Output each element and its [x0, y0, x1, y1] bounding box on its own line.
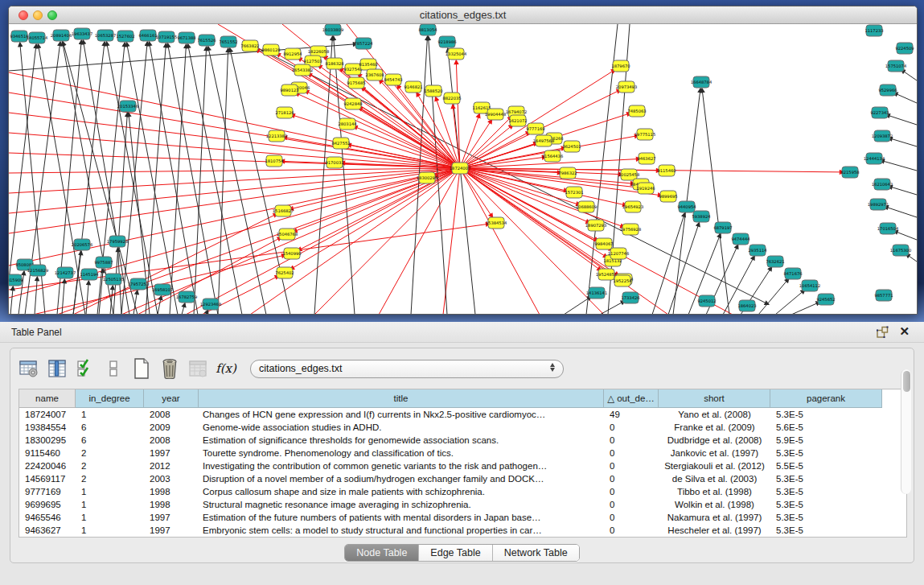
graph-edge[interactable] [305, 91, 460, 168]
graph-edge[interactable] [182, 303, 185, 315]
graph-edge[interactable] [881, 160, 917, 171]
graph-edge[interactable] [893, 231, 917, 240]
graph-edge[interactable] [893, 93, 917, 103]
graph-node[interactable]: 19775115 [634, 129, 655, 140]
graph-node[interactable]: 1952254 [613, 275, 632, 286]
graph-node[interactable]: 2718126 [275, 107, 294, 118]
graph-node[interactable]: 9975887 [94, 257, 113, 268]
graph-node[interactable]: 6879197 [713, 222, 732, 233]
graph-node[interactable]: 1919246 [636, 183, 655, 194]
graph-node[interactable]: 14136141 [586, 287, 607, 299]
graph-node[interactable]: 9245652 [816, 294, 835, 305]
unselect-rows-icon[interactable] [103, 358, 124, 379]
graph-node[interactable]: 19892971 [868, 199, 889, 210]
delete-column-icon[interactable] [159, 358, 180, 379]
scrollbar-thumb[interactable] [903, 371, 910, 392]
graph-node[interactable]: 20206576 [72, 239, 92, 250]
graph-node[interactable]: 8135460 [359, 59, 377, 70]
graph-edge[interactable] [652, 213, 685, 315]
graph-node[interactable]: 5938924 [692, 211, 711, 222]
graph-node[interactable]: 17959928 [107, 236, 128, 247]
graph-edge[interactable] [291, 114, 460, 168]
column-header-pagerank[interactable]: pagerank [770, 389, 882, 408]
network-view-window[interactable]: citations_edges.txt 18724007934651614055… [8, 6, 918, 315]
graph-node[interactable]: 10688609 [576, 201, 597, 212]
column-header-in_degree[interactable]: in_degree [76, 389, 144, 408]
graph-node[interactable]: 12505135 [103, 274, 124, 285]
node-table[interactable]: namein_degreeyeartitle△ out_de…shortpage… [18, 389, 907, 538]
graph-node[interactable]: 12444134 [864, 153, 885, 164]
graph-node[interactable]: 19756928 [620, 224, 641, 235]
graph-node[interactable]: 15166827 [273, 205, 294, 216]
graph-node[interactable]: 9227343 [870, 107, 889, 118]
column-header-short[interactable]: short [659, 389, 770, 408]
graph-node[interactable]: 9860128 [261, 44, 280, 56]
graph-node[interactable]: 1621072 [508, 115, 527, 126]
graph-node[interactable]: 1540990 [282, 248, 301, 259]
graph-edge[interactable] [668, 223, 699, 315]
graph-node[interactable]: 1527602 [116, 31, 134, 42]
graph-node[interactable]: 18300295 [417, 172, 437, 183]
graph-node[interactable]: 14055714 [27, 32, 48, 43]
graph-edge[interactable] [35, 277, 37, 315]
delete-table-icon[interactable] [187, 358, 208, 379]
graph-node[interactable]: 9146821 [404, 81, 422, 93]
graph-node[interactable]: 20153346 [117, 101, 138, 112]
graph-node[interactable]: 9857771 [874, 290, 893, 301]
graph-node[interactable]: 20973493 [616, 81, 637, 93]
graph-node[interactable]: 1572301 [565, 187, 583, 198]
graph-node[interactable]: 1810754 [265, 155, 284, 167]
column-header-year[interactable]: year [144, 389, 199, 408]
graph-node[interactable]: 8427552 [331, 138, 350, 149]
graph-node[interactable]: 9115460 [657, 165, 676, 176]
graph-edge[interactable] [702, 89, 729, 315]
graph-node[interactable]: 7663822 [240, 40, 259, 51]
graph-node[interactable]: 19633437 [72, 28, 92, 39]
graph-edge[interactable] [250, 168, 460, 315]
graph-node[interactable]: 19904448 [485, 109, 506, 120]
graph-node[interactable]: 2935114 [748, 245, 767, 256]
graph-node[interactable]: 7485063 [627, 105, 646, 117]
graph-node[interactable]: 12213383 [266, 130, 287, 142]
graph-edge[interactable] [298, 168, 460, 250]
graph-node[interactable]: 8813054 [418, 24, 437, 35]
graph-node[interactable]: 18907293 [585, 220, 606, 231]
graph-edge[interactable] [460, 120, 492, 168]
graph-node[interactable]: 20891406 [51, 30, 72, 41]
column-header-name[interactable]: name [19, 389, 76, 408]
graph-node[interactable]: 6466161 [138, 30, 157, 41]
graph-node[interactable]: 3624501 [562, 141, 581, 152]
tab-network-table[interactable]: Network Table [493, 545, 579, 561]
graph-node[interactable]: 15046768 [277, 229, 298, 240]
graph-node[interactable]: 10719155 [156, 31, 177, 43]
graph-edge[interactable] [314, 168, 460, 315]
column-header-out_de[interactable]: △ out_de… [604, 389, 659, 408]
graph-edge[interactable] [9, 168, 460, 213]
table-row[interactable]: 946554611997Estimation of the future num… [19, 511, 906, 524]
graph-node[interactable]: 8822035 [442, 93, 461, 104]
close-panel-icon[interactable]: ✕ [899, 324, 910, 339]
graph-edge[interactable] [886, 114, 917, 125]
graph-edge[interactable] [9, 224, 490, 290]
network-canvas[interactable]: 1872400793465161405571420891406196334371… [9, 24, 917, 315]
column-header-title[interactable]: title [199, 389, 604, 408]
graph-node[interactable]: 9890123 [280, 84, 298, 96]
graph-node[interactable]: 16782759 [176, 291, 197, 303]
graph-node[interactable]: 9218986 [437, 36, 456, 47]
graph-edge[interactable] [901, 70, 917, 80]
graph-edge[interactable] [460, 157, 546, 168]
table-row[interactable]: 2242004622012Investigating the contribut… [19, 459, 906, 472]
graph-node[interactable]: 16648784 [691, 76, 713, 88]
graph-node[interactable]: 9529966 [878, 84, 897, 96]
graph-edge[interactable] [9, 168, 460, 266]
graph-node[interactable]: 2367608 [365, 69, 384, 80]
graph-node[interactable]: 15751074 [885, 60, 907, 72]
table-row[interactable]: 946362711997Embryonic stem cells: a mode… [19, 524, 906, 537]
new-column-icon[interactable] [131, 358, 152, 379]
graph-node[interactable]: 1145194 [80, 269, 99, 280]
graph-node[interactable]: 9984067 [594, 238, 613, 249]
show-columns-icon[interactable] [47, 358, 68, 379]
graph-edge[interactable] [290, 168, 460, 270]
graph-node[interactable]: 16543382 [292, 64, 313, 76]
graph-node[interactable]: 9777169 [526, 123, 544, 134]
